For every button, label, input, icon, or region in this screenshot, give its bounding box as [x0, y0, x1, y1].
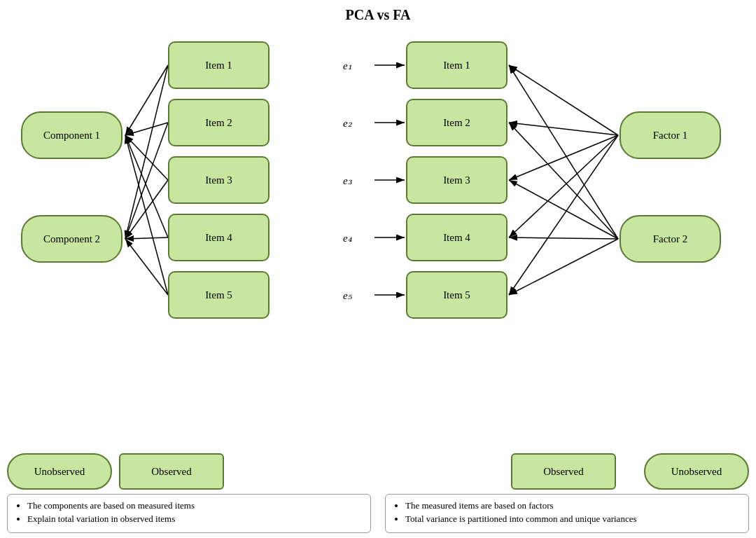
svg-line-5: [125, 135, 168, 180]
fa-factor-2: Factor 2: [620, 215, 721, 263]
pca-component-1: Component 1: [21, 111, 122, 159]
pca-component-2: Component 2: [21, 215, 122, 263]
pca-legend-unobserved: Unobserved: [7, 453, 112, 490]
fa-item-3: Item 3: [406, 156, 507, 204]
svg-line-20: [509, 123, 618, 239]
fa-error-5: e₅: [343, 289, 352, 302]
pca-item-3: Item 3: [168, 156, 270, 204]
fa-item-5: Item 5: [406, 271, 507, 319]
svg-line-19: [509, 123, 618, 135]
svg-line-22: [509, 180, 618, 239]
fa-factor-1: Factor 1: [620, 111, 721, 159]
fa-error-1: e₁: [343, 60, 352, 72]
fa-error-3: e₃: [343, 174, 352, 187]
pca-notes: The components are based on measured ite…: [7, 494, 371, 533]
page-title: PCA vs FA: [0, 0, 756, 27]
svg-line-18: [509, 65, 618, 239]
svg-line-1: [125, 65, 168, 135]
fa-note-item: The measured items are based on factors: [405, 500, 738, 511]
fa-legend-observed: Observed: [511, 453, 616, 490]
pca-note-item: Explain total variation in observed item…: [27, 513, 360, 525]
svg-line-7: [125, 135, 168, 237]
fa-error-4: e₄: [343, 232, 352, 244]
svg-line-26: [509, 239, 618, 295]
pca-item-4: Item 4: [168, 214, 270, 261]
svg-line-3: [125, 123, 168, 135]
svg-line-21: [509, 135, 618, 180]
svg-line-6: [125, 180, 168, 239]
fa-item-4: Item 4: [406, 214, 507, 261]
fa-diagram: Item 1Item 2Item 3Item 4Item 5 Factor 1F…: [336, 27, 742, 448]
fa-error-2: e₂: [343, 117, 352, 130]
pca-item-1: Item 1: [168, 41, 270, 89]
svg-line-17: [509, 65, 618, 135]
svg-line-2: [125, 65, 168, 239]
svg-line-9: [125, 135, 168, 295]
svg-line-4: [125, 123, 168, 239]
pca-note-item: The components are based on measured ite…: [27, 500, 360, 511]
fa-note-item: Total variance is partitioned into commo…: [405, 513, 738, 525]
fa-notes: The measured items are based on factorsT…: [385, 494, 749, 533]
pca-legend-observed: Observed: [119, 453, 224, 490]
pca-diagram: Item 1Item 2Item 3Item 4Item 5 Component…: [7, 27, 329, 448]
fa-legend-unobserved: Unobserved: [644, 453, 749, 490]
svg-line-24: [509, 237, 618, 239]
pca-item-2: Item 2: [168, 99, 270, 146]
legend-row: Unobserved Observed Observed Unobserved: [0, 453, 756, 490]
notes-row: The components are based on measured ite…: [0, 490, 756, 533]
svg-line-23: [509, 135, 618, 237]
svg-line-8: [125, 237, 168, 239]
svg-line-10: [125, 239, 168, 295]
fa-item-2: Item 2: [406, 99, 507, 146]
svg-line-25: [509, 135, 618, 295]
fa-item-1: Item 1: [406, 41, 507, 89]
pca-item-5: Item 5: [168, 271, 270, 319]
